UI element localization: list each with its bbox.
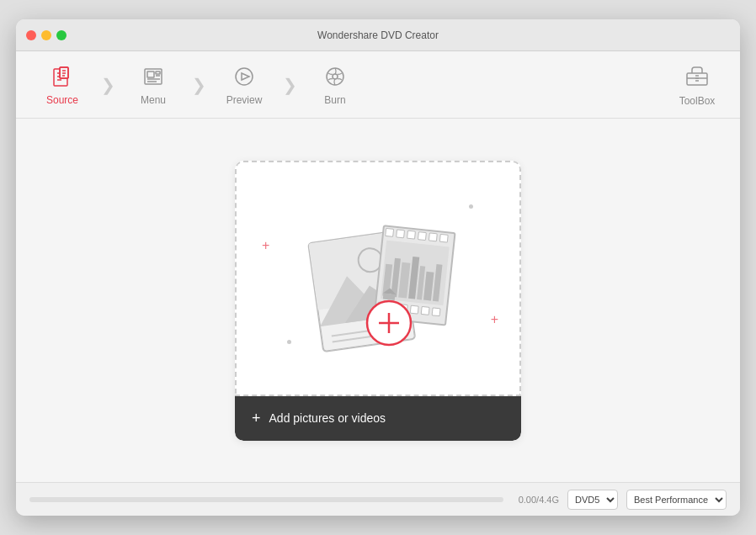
svg-rect-45 (432, 307, 440, 315)
svg-rect-34 (386, 228, 394, 236)
traffic-lights (26, 30, 67, 40)
progress-bar-container (29, 497, 503, 502)
toolbox-icon (684, 63, 710, 90)
svg-rect-10 (147, 72, 154, 77)
arrow-sep-3: ❯ (282, 60, 297, 110)
svg-rect-19 (687, 73, 707, 85)
toolbox-button[interactable]: ToolBox (668, 63, 727, 107)
add-button-bar[interactable]: + Add pictures or videos (235, 396, 521, 441)
preview-icon (232, 64, 257, 89)
svg-rect-38 (429, 232, 437, 241)
toolbox-label: ToolBox (679, 95, 716, 107)
plus-icon: + (252, 410, 261, 427)
tab-preview-label: Preview (226, 94, 263, 106)
bottom-bar: 0.00/4.4G DVD5 DVD9 Best Performance Hig… (16, 482, 740, 516)
svg-point-17 (327, 68, 343, 85)
source-icon (50, 64, 75, 89)
illustration (290, 199, 466, 363)
add-label: Add pictures or videos (269, 411, 386, 425)
svg-rect-35 (397, 229, 405, 237)
svg-point-18 (333, 74, 338, 79)
app-window: Wondershare DVD Creator (16, 19, 740, 516)
storage-text: 0.00/4.4G (519, 495, 559, 505)
drop-zone-inner[interactable]: + + (235, 161, 521, 396)
tab-preview[interactable]: Preview (206, 56, 282, 114)
svg-rect-39 (439, 234, 448, 242)
svg-rect-44 (421, 306, 429, 315)
menu-icon (141, 64, 166, 89)
close-button[interactable] (26, 30, 36, 40)
window-title: Wondershare DVD Creator (317, 29, 439, 41)
quality-select[interactable]: Best Performance High Quality Standard (626, 490, 727, 510)
deco-dot-1 (469, 204, 473, 209)
svg-marker-16 (242, 73, 249, 80)
burn-icon (322, 64, 348, 89)
tab-source-label: Source (46, 94, 78, 106)
minimize-button[interactable] (41, 30, 51, 40)
svg-rect-37 (418, 231, 426, 240)
svg-rect-43 (410, 305, 418, 314)
svg-rect-55 (383, 293, 396, 299)
deco-plus-2: + (491, 312, 498, 327)
nav-tabs: Source ❯ Menu ❯ (24, 51, 373, 118)
tab-menu-label: Menu (141, 94, 166, 106)
tab-burn-label: Burn (324, 94, 345, 106)
svg-rect-36 (407, 230, 416, 239)
drop-zone[interactable]: + + (235, 161, 521, 441)
deco-plus-1: + (262, 238, 269, 253)
disc-type-select[interactable]: DVD5 DVD9 (567, 490, 618, 510)
tab-menu[interactable]: Menu (115, 56, 191, 114)
toolbar: Source ❯ Menu ❯ (16, 51, 740, 119)
title-bar: Wondershare DVD Creator (16, 19, 740, 51)
arrow-sep-2: ❯ (191, 60, 206, 110)
maximize-button[interactable] (56, 30, 67, 40)
deco-dot-2 (287, 340, 291, 344)
tab-source[interactable]: Source (24, 56, 100, 114)
arrow-sep-1: ❯ (100, 60, 115, 110)
tab-burn[interactable]: Burn (297, 56, 373, 114)
svg-rect-11 (156, 72, 160, 74)
main-content: + + (16, 119, 740, 482)
